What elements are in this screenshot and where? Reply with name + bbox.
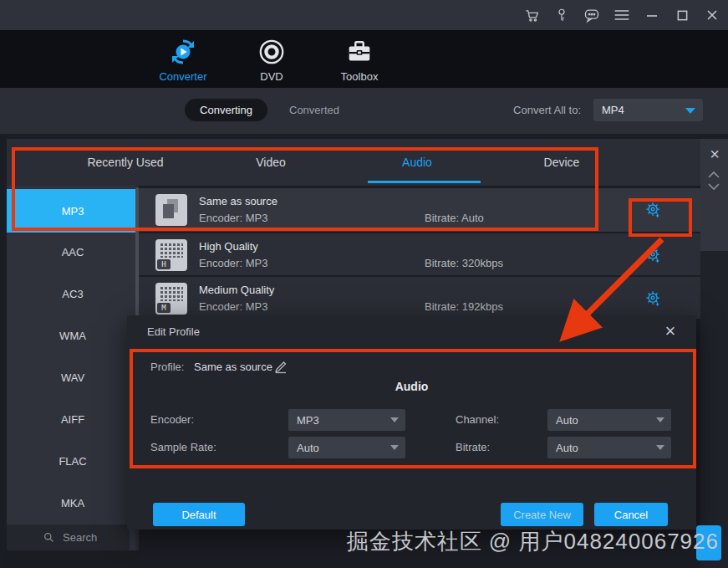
sidebar-item-aac[interactable]: AAC: [7, 231, 139, 273]
channel-label: Channel:: [456, 413, 499, 426]
tab-device[interactable]: Device: [536, 139, 588, 186]
toolbox-icon: [313, 37, 405, 67]
sample-rate-dropdown[interactable]: Auto: [288, 437, 405, 458]
profile-bitrate: Bitrate: 320kbps: [425, 257, 503, 269]
maximize-icon[interactable]: [673, 6, 691, 24]
bitrate-value: Auto: [556, 442, 578, 454]
tab-recently-used[interactable]: Recently Used: [79, 139, 171, 186]
high-quality-icon: H: [155, 239, 187, 271]
sidebar-item-mp3[interactable]: MP3: [7, 189, 139, 233]
tab-video[interactable]: Video: [247, 139, 294, 186]
convert-all-label: Convert All to:: [513, 99, 581, 121]
profile-field-label: Profile:: [150, 361, 184, 373]
minimize-icon[interactable]: [643, 6, 661, 24]
gear-icon[interactable]: [644, 246, 663, 264]
profile-name: Same as source: [199, 195, 277, 207]
quality-badge: H: [157, 259, 171, 269]
drawer-close-icon[interactable]: ×: [705, 144, 725, 164]
nav-label-dvd: DVD: [226, 70, 318, 83]
sidebar-item-wav[interactable]: WAV: [7, 356, 139, 398]
bitrate-label: Bitrate:: [456, 441, 490, 453]
profile-bitrate: Bitrate: 192kbps: [425, 300, 503, 313]
dialog-section-title: Audio: [127, 380, 696, 393]
close-icon[interactable]: [703, 6, 721, 24]
profile-name: High Quality: [199, 240, 258, 253]
chevron-down-icon: [685, 108, 695, 114]
chevron-down-icon: [656, 417, 664, 422]
nav-tab-converter[interactable]: Converter: [137, 37, 229, 83]
profile-field-value: Same as source: [194, 361, 272, 373]
nav-label-toolbox: Toolbox: [313, 70, 405, 83]
channel-value: Auto: [556, 414, 578, 427]
sidebar-item-wma[interactable]: WMA: [7, 315, 139, 356]
main-nav: Converter DVD Toolbo: [0, 30, 728, 88]
edit-profile-dialog: Edit Profile × Profile: Same as source A…: [127, 315, 696, 530]
create-new-button[interactable]: Create New: [501, 503, 583, 526]
profile-encoder: Encoder: MP3: [199, 212, 267, 224]
converter-icon: [137, 37, 229, 67]
encoder-label: Encoder:: [150, 413, 194, 426]
same-as-source-icon: [155, 194, 187, 226]
bitrate-dropdown[interactable]: Auto: [547, 437, 671, 458]
sample-rate-label: Sample Rate:: [150, 441, 216, 453]
format-sidebar: MP3 AAC AC3 WMA WAV AIFF FLAC MKA: [7, 186, 139, 568]
titlebar: [0, 0, 728, 30]
menu-icon[interactable]: [613, 6, 631, 24]
convert-all-dropdown[interactable]: MP4: [593, 99, 703, 121]
tab-audio[interactable]: Audio: [394, 139, 440, 186]
sub-toolbar: Converting Converted Convert All to: MP4: [0, 88, 728, 134]
encoder-value: MP3: [297, 414, 319, 427]
converting-toggle[interactable]: Converting: [185, 99, 267, 121]
nav-tab-toolbox[interactable]: Toolbox: [313, 37, 405, 83]
profile-encoder: Encoder: MP3: [199, 257, 267, 269]
medium-quality-icon: M: [155, 283, 187, 315]
profile-bitrate: Bitrate: Auto: [425, 212, 484, 224]
sidebar-item-mka[interactable]: MKA: [7, 482, 139, 524]
edit-pencil-icon[interactable]: [273, 359, 288, 374]
chevron-down-icon[interactable]: [707, 180, 722, 190]
converted-toggle[interactable]: Converted: [289, 99, 339, 121]
cancel-button[interactable]: Cancel: [594, 503, 668, 526]
gear-icon[interactable]: [644, 201, 663, 219]
gear-icon[interactable]: [644, 289, 663, 308]
dialog-title: Edit Profile: [147, 325, 200, 338]
quality-badge: M: [157, 303, 171, 313]
cart-icon[interactable]: [522, 6, 541, 24]
chat-icon[interactable]: [583, 6, 601, 24]
dvd-icon: [226, 37, 318, 67]
sidebar-item-aiff[interactable]: AIFF: [7, 398, 139, 440]
encoder-dropdown[interactable]: MP3: [288, 409, 405, 431]
tab-active-underline: [368, 181, 481, 183]
sidebar-item-ac3[interactable]: AC3: [7, 273, 139, 315]
watermark-text: 掘金技术社区 @ 用户048240067926: [0, 527, 719, 556]
profile-row-medium-quality[interactable]: M Medium Quality Encoder: MP3 Bitrate: 1…: [139, 277, 700, 319]
profile-encoder: Encoder: MP3: [199, 300, 267, 313]
chevron-down-icon: [390, 445, 399, 450]
background-strip: [700, 251, 728, 568]
nav-tab-dvd[interactable]: DVD: [226, 37, 318, 83]
key-icon[interactable]: [552, 6, 571, 24]
profile-name: Medium Quality: [199, 284, 274, 296]
chevron-down-icon: [390, 417, 399, 422]
sample-rate-value: Auto: [297, 442, 319, 454]
sidebar-item-flac[interactable]: FLAC: [7, 440, 139, 482]
dialog-close-icon[interactable]: ×: [659, 320, 681, 342]
app-window: Converter DVD Toolbo: [0, 0, 728, 568]
chevron-up-icon[interactable]: [707, 167, 722, 177]
channel-dropdown[interactable]: Auto: [547, 409, 671, 431]
nav-label-converter: Converter: [137, 70, 229, 83]
default-button[interactable]: Default: [153, 503, 245, 526]
convert-all-value: MP4: [602, 104, 624, 116]
profile-row-same-as-source[interactable]: Same as source Encoder: MP3 Bitrate: Aut…: [139, 188, 700, 232]
chevron-down-icon: [656, 445, 664, 450]
profile-row-high-quality[interactable]: H High Quality Encoder: MP3 Bitrate: 320…: [139, 233, 700, 275]
profile-drawer-tabs: Recently Used Video Audio Device: [7, 139, 700, 186]
